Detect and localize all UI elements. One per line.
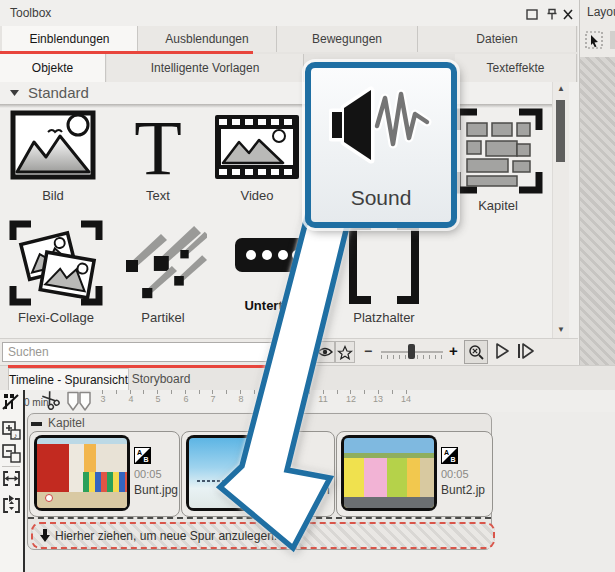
video-icon	[213, 110, 301, 184]
ruler-number: 6	[179, 394, 193, 404]
tab-texteffekte[interactable]: Texteffekte	[455, 54, 577, 82]
ruler-number: 7	[206, 394, 220, 404]
toolbox-item-video[interactable]: Video	[212, 110, 302, 203]
timeline-clip-bunt[interactable]: A B 00:05 Bunt.jpg	[29, 431, 180, 517]
toolbox-item-bild[interactable]: Bild	[9, 110, 97, 203]
track-bottom-dashed-border	[28, 517, 491, 519]
transition-ab-icon[interactable]: A B	[134, 447, 151, 468]
tab-label: Bewegungen	[312, 32, 382, 46]
image-icon	[10, 110, 96, 184]
clip-thumbnail-frame	[186, 435, 282, 511]
scrollbar-thumb[interactable]	[556, 100, 565, 162]
layout-panel-title: Layou	[587, 5, 615, 19]
ruler-number: 10	[288, 394, 302, 404]
toolbox-scrollbar[interactable]: ▲ ▼	[552, 82, 569, 338]
add-track-icon[interactable]: ♪	[2, 421, 21, 444]
text-icon: T	[115, 110, 201, 184]
tab-label: Timeline - Spuransicht	[9, 373, 128, 387]
application-window: Toolbox Einblendungen Ausblendungen Bewe…	[0, 0, 615, 572]
placeholder-icon	[339, 220, 429, 306]
scroll-up-icon[interactable]: ▲	[555, 84, 567, 93]
tab-dateien[interactable]: Dateien	[418, 26, 577, 52]
tab-storyboard[interactable]: Storyboard	[127, 368, 195, 390]
section-label: Standard	[28, 84, 89, 101]
tab-timeline-spuransicht[interactable]: Timeline - Spuransicht	[8, 368, 129, 391]
ruler-number: 14	[399, 394, 413, 404]
maximize-icon[interactable]	[525, 7, 539, 20]
dragged-sound-item[interactable]: Sound	[305, 62, 457, 228]
timeline-clip-title[interactable]: ch	[181, 431, 335, 517]
item-label: Bild	[9, 188, 97, 203]
thumbnail-size-slider-handle[interactable]	[408, 344, 415, 359]
zoom-in-icon[interactable]: +	[449, 342, 458, 359]
ruler-number: 13	[371, 394, 385, 404]
tab-bewegungen[interactable]: Bewegungen	[277, 26, 418, 52]
item-label: Partikel	[118, 310, 208, 325]
scroll-down-icon[interactable]: ▼	[555, 325, 567, 334]
svg-text:B: B	[144, 456, 149, 463]
timeline-clip-bunt2[interactable]: A B 00:05 Bunt2.jp	[336, 431, 493, 517]
track-header-label: Kapitel	[48, 416, 85, 430]
transition-ab-icon[interactable]: A B	[441, 447, 458, 468]
tab-label: Texteffekte	[487, 61, 545, 75]
tab-label: Objekte	[32, 61, 73, 75]
dragged-item-label: Sound	[311, 186, 451, 210]
timeline-corner-icon[interactable]	[2, 392, 21, 415]
clip-filename: Bunt.jpg	[134, 483, 178, 497]
remove-track-icon[interactable]	[2, 444, 21, 467]
search-input[interactable]	[2, 342, 302, 362]
toolbox-item-kapitel[interactable]: Kapitel	[452, 108, 544, 213]
item-label: Video	[212, 188, 302, 203]
toolbox-search-bar: − +	[0, 338, 578, 366]
tab-label: Intelligente Vorlagen	[151, 61, 260, 75]
ruler-number: 5	[151, 394, 165, 404]
ruler-number: 12	[344, 394, 358, 404]
new-track-dropzone[interactable]: Hierher ziehen, um neue Spur anzulegen.	[31, 522, 495, 549]
chapter-icon	[453, 108, 543, 194]
toolbox-title: Toolbox	[10, 6, 51, 20]
tab-objekte[interactable]: Objekte	[0, 54, 106, 82]
svg-text:B: B	[451, 456, 456, 463]
svg-text:♪: ♪	[14, 432, 18, 439]
play-preview-icon[interactable]	[493, 342, 511, 364]
collapse-caret-icon	[10, 89, 20, 97]
tab-ausblendungen[interactable]: Ausblendungen	[138, 26, 277, 52]
play-fullscreen-icon[interactable]	[516, 342, 534, 364]
toolbox-item-partikel[interactable]: Partikel	[118, 220, 208, 325]
tab-einblendungen[interactable]: Einblendungen	[2, 26, 138, 52]
tab-label: Storyboard	[132, 372, 191, 386]
subtitle-icon	[231, 232, 315, 294]
clip-thumbnail-frame	[34, 435, 130, 511]
ruler-number: 4	[124, 394, 138, 404]
clip-thumbnail-image	[189, 438, 279, 508]
zoom-reset-icon[interactable]	[464, 340, 488, 364]
tab-label: Einblendungen	[29, 32, 109, 46]
clip-filename-fragment: ch	[317, 483, 330, 497]
toolbox-item-untertitel[interactable]: Untertitel	[228, 232, 318, 313]
preview-eye-icon[interactable]	[315, 341, 335, 363]
particles-icon	[119, 220, 207, 306]
favorites-star-icon[interactable]	[335, 341, 355, 363]
clip-duration: 00:05	[134, 468, 162, 480]
close-icon[interactable]	[561, 7, 575, 20]
selection-tool-icon[interactable]	[585, 31, 605, 55]
pin-icon[interactable]	[545, 7, 559, 20]
tab-label: Ausblendungen	[165, 32, 248, 46]
toolbox-item-flexi-collage[interactable]: Flexi-Collage	[8, 220, 104, 325]
sound-icon	[329, 82, 433, 170]
tab-label: Dateien	[476, 32, 517, 46]
toolbar-divider	[2, 466, 20, 467]
collapse-track-icon[interactable]	[31, 422, 42, 426]
collage-icon	[9, 220, 103, 306]
toolbox-item-text[interactable]: T Text	[114, 110, 202, 203]
ruler-number: 3	[96, 394, 110, 404]
tab-intelligente-vorlagen[interactable]: Intelligente Vorlagen	[107, 54, 304, 82]
zoom-out-icon[interactable]: −	[364, 343, 372, 359]
zoom-fit-selection-icon[interactable]	[2, 497, 21, 518]
clipped-toolbar-icon	[610, 31, 615, 49]
ruler-number: 9	[261, 394, 275, 404]
clear-search-icon[interactable]	[298, 343, 313, 362]
item-label: Untertitel	[228, 298, 318, 313]
svg-text:T: T	[134, 110, 182, 184]
toolbox-item-platzhalter[interactable]: Platzhalter	[338, 220, 430, 325]
